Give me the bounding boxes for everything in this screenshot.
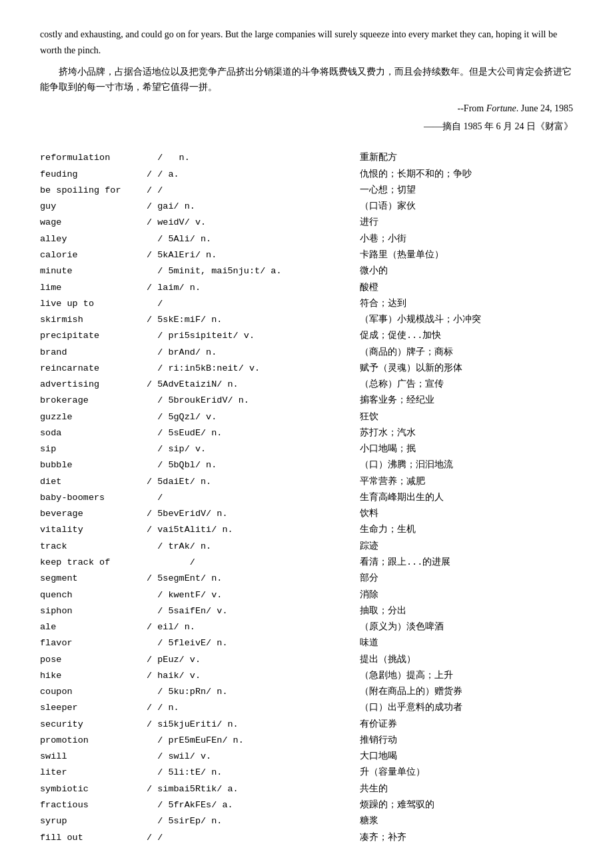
vocab-phonetic: / ri:in5kB:neit/ v. bbox=[147, 361, 360, 377]
vocab-word: flavor bbox=[40, 635, 147, 651]
vocab-row: sip / sip/ v.小口地喝；抿 bbox=[40, 441, 573, 457]
vocab-word: reformulation bbox=[40, 150, 147, 166]
vocab-row: segment/ 5segmEnt/ n.部分 bbox=[40, 571, 573, 587]
vocab-phonetic: / 5bQbl/ n. bbox=[147, 457, 360, 473]
vocab-definition: 赋予（灵魂）以新的形体 bbox=[360, 361, 573, 377]
vocab-row: fractious / 5frAkFEs/ a.烦躁的；难驾驭的 bbox=[40, 797, 573, 813]
vocab-row: reincarnate / ri:in5kB:neit/ v.赋予（灵魂）以新的… bbox=[40, 361, 573, 377]
vocab-definition: 重新配方 bbox=[360, 150, 573, 166]
vocab-row: vitality/ vai5tAliti/ n.生命力；生机 bbox=[40, 522, 573, 538]
vocab-row: track / trAk/ n.踪迹 bbox=[40, 539, 573, 555]
vocab-phonetic: / 5ku:pRn/ n. bbox=[147, 684, 360, 700]
vocab-word: bubble bbox=[40, 457, 147, 473]
vocab-definition: （原义为）淡色啤酒 bbox=[360, 619, 573, 635]
vocab-definition: 共生的 bbox=[360, 781, 573, 797]
vocab-row: coupon / 5ku:pRn/ n.（附在商品上的）赠货券 bbox=[40, 684, 573, 700]
vocab-row: liter / 5li:tE/ n.升（容量单位） bbox=[40, 765, 573, 781]
vocab-word: quench bbox=[40, 587, 147, 603]
vocab-definition: 糖浆 bbox=[360, 813, 573, 829]
vocab-phonetic: / sip/ v. bbox=[147, 441, 360, 457]
vocab-row: swill / swil/ v.大口地喝 bbox=[40, 749, 573, 765]
vocab-phonetic: / brAnd/ n. bbox=[147, 345, 360, 361]
vocab-definition: 进行 bbox=[360, 215, 573, 231]
vocab-definition: 升（容量单位） bbox=[360, 765, 573, 781]
vocab-row: bubble / 5bQbl/ n.（口）沸腾；汩汩地流 bbox=[40, 457, 573, 473]
vocab-definition: 大口地喝 bbox=[360, 749, 573, 765]
vocab-definition: 提出（挑战） bbox=[360, 652, 573, 668]
vocab-word: vitality bbox=[40, 522, 147, 538]
vocab-phonetic: / bbox=[147, 490, 360, 506]
vocab-definition: （口）沸腾；汩汩地流 bbox=[360, 457, 573, 473]
vocab-row: pose/ pEuz/ v.提出（挑战） bbox=[40, 652, 573, 668]
vocab-row: flavor / 5fleivE/ n.味道 bbox=[40, 635, 573, 651]
vocab-row: be spoiling for/ / 一心想；切望 bbox=[40, 183, 573, 199]
vocab-phonetic: / 5minit, mai5nju:t/ a. bbox=[147, 263, 360, 279]
vocab-word: guzzle bbox=[40, 409, 147, 425]
vocab-row: syrup / 5sirEp/ n.糖浆 bbox=[40, 813, 573, 829]
attribution-suffix: . June 24, 1985 bbox=[516, 103, 573, 113]
vocab-phonetic: / 5bevEridV/ n. bbox=[147, 506, 360, 522]
vocab-row: live up to / 符合；达到 bbox=[40, 296, 573, 312]
vocab-definition: 符合；达到 bbox=[360, 296, 573, 312]
vocab-row: minute / 5minit, mai5nju:t/ a.微小的 bbox=[40, 263, 573, 279]
vocab-phonetic: / / a. bbox=[147, 167, 360, 183]
vocab-word: be spoiling for bbox=[40, 183, 147, 199]
vocab-word: track bbox=[40, 539, 147, 555]
intro-paragraph2: 挤垮小品牌，占据合适地位以及把竞争产品挤出分销渠道的斗争将既费钱又费力，而且会持… bbox=[40, 64, 573, 96]
vocab-row: reformulation / n.重新配方 bbox=[40, 150, 573, 166]
vocab-row: quench / kwentF/ v.消除 bbox=[40, 587, 573, 603]
vocab-definition: （军事）小规模战斗；小冲突 bbox=[360, 312, 573, 328]
vocab-row: calorie/ 5kAlEri/ n.卡路里（热量单位） bbox=[40, 247, 573, 263]
vocab-definition: 凑齐；补齐 bbox=[360, 830, 573, 846]
vocab-word: sleeper bbox=[40, 700, 147, 716]
vocab-word: promotion bbox=[40, 733, 147, 749]
vocab-definition: （商品的）牌子；商标 bbox=[360, 345, 573, 361]
vocab-definition: 小口地喝；抿 bbox=[360, 441, 573, 457]
vocab-definition: （总称）广告；宣传 bbox=[360, 377, 573, 393]
vocab-word: baby-boomers bbox=[40, 490, 147, 506]
vocab-row: security/ si5kjuEriti/ n.有价证券 bbox=[40, 717, 573, 733]
vocab-phonetic: / 5daiEt/ n. bbox=[147, 474, 360, 490]
vocab-phonetic: / 5skE:miF/ n. bbox=[147, 312, 360, 328]
vocab-row: ale/ eil/ n.（原义为）淡色啤酒 bbox=[40, 619, 573, 635]
vocab-phonetic: / bbox=[147, 555, 360, 571]
vocab-word: coupon bbox=[40, 684, 147, 700]
vocab-row: guy/ gai/ n.（口语）家伙 bbox=[40, 199, 573, 215]
vocab-row: wage/ weidV/ v.进行 bbox=[40, 215, 573, 231]
vocab-word: liter bbox=[40, 765, 147, 781]
vocab-word: ale bbox=[40, 619, 147, 635]
vocab-phonetic: / 5kAlEri/ n. bbox=[147, 247, 360, 263]
vocab-row: diet/ 5daiEt/ n.平常营养；减肥 bbox=[40, 474, 573, 490]
vocab-row: symbiotic/ simbai5Rtik/ a.共生的 bbox=[40, 781, 573, 797]
vocab-definition: 仇恨的；长期不和的；争吵 bbox=[360, 167, 573, 183]
vocab-row: beverage/ 5bevEridV/ n.饮料 bbox=[40, 506, 573, 522]
vocab-phonetic: / 5gQzl/ v. bbox=[147, 409, 360, 425]
vocab-word: keep track of bbox=[40, 555, 147, 571]
vocab-phonetic: / simbai5Rtik/ a. bbox=[147, 781, 360, 797]
vocab-definition: 踪迹 bbox=[360, 539, 573, 555]
vocab-phonetic: / pEuz/ v. bbox=[147, 652, 360, 668]
vocab-word: brokerage bbox=[40, 393, 147, 409]
vocab-word: advertising bbox=[40, 377, 147, 393]
vocab-definition: 生命力；生机 bbox=[360, 522, 573, 538]
vocab-row: hike/ haik/ v.（急剧地）提高；上升 bbox=[40, 668, 573, 684]
vocab-word: minute bbox=[40, 263, 147, 279]
vocab-definition: 烦躁的；难驾驭的 bbox=[360, 797, 573, 813]
vocab-phonetic: / 5li:tE/ n. bbox=[147, 765, 360, 781]
vocab-definition: 看清；跟上...的进展 bbox=[360, 555, 573, 571]
vocab-phonetic: / laim/ n. bbox=[147, 280, 360, 296]
vocab-phonetic: / weidV/ v. bbox=[147, 215, 360, 231]
vocab-definition: （急剧地）提高；上升 bbox=[360, 668, 573, 684]
vocab-definition: 有价证券 bbox=[360, 717, 573, 733]
vocab-word: security bbox=[40, 717, 147, 733]
vocab-word: wage bbox=[40, 215, 147, 231]
vocab-phonetic: / 5sirEp/ n. bbox=[147, 813, 360, 829]
vocab-phonetic: / vai5tAliti/ n. bbox=[147, 522, 360, 538]
vocab-phonetic: / 5AdvEtaiziN/ n. bbox=[147, 377, 360, 393]
vocab-word: siphon bbox=[40, 603, 147, 619]
vocab-word: fill out bbox=[40, 830, 147, 846]
vocab-definition: 部分 bbox=[360, 571, 573, 587]
vocab-row: precipitate / pri5sipiteit/ v.促成；促使...加快 bbox=[40, 328, 573, 344]
vocab-definition: 酸橙 bbox=[360, 280, 573, 296]
vocab-row: advertising/ 5AdvEtaiziN/ n.（总称）广告；宣传 bbox=[40, 377, 573, 393]
